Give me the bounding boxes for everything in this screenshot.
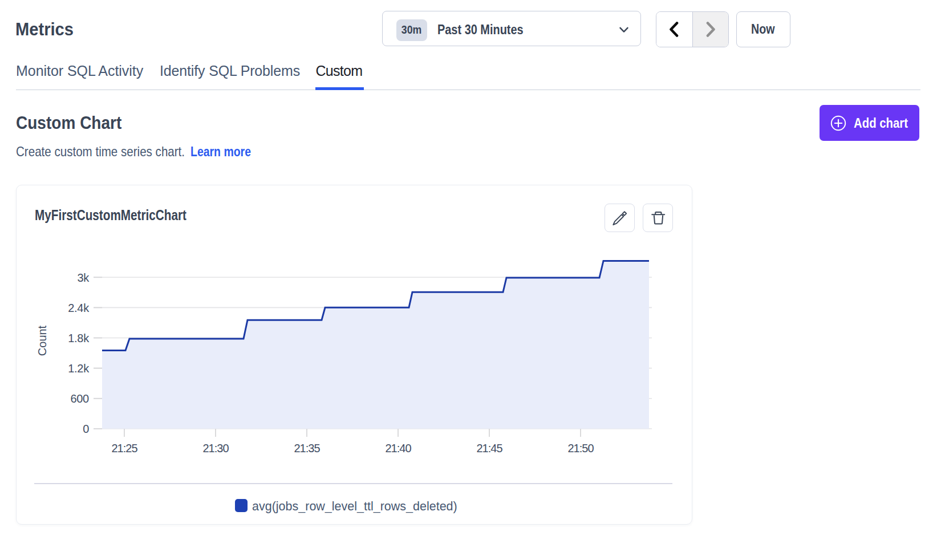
svg-text:21:30: 21:30 [202, 442, 229, 455]
svg-text:2.4k: 2.4k [68, 302, 90, 314]
svg-text:21:25: 21:25 [111, 442, 137, 455]
svg-text:Count: Count [36, 325, 48, 356]
svg-text:600: 600 [70, 392, 89, 405]
svg-text:21:50: 21:50 [567, 442, 594, 455]
svg-text:1.2k: 1.2k [68, 362, 90, 375]
svg-text:21:45: 21:45 [476, 442, 502, 455]
svg-text:21:35: 21:35 [294, 442, 320, 455]
svg-text:1.8k: 1.8k [68, 332, 90, 344]
svg-text:3k: 3k [77, 271, 90, 284]
svg-text:21:40: 21:40 [385, 442, 411, 455]
svg-text:0: 0 [83, 423, 89, 435]
